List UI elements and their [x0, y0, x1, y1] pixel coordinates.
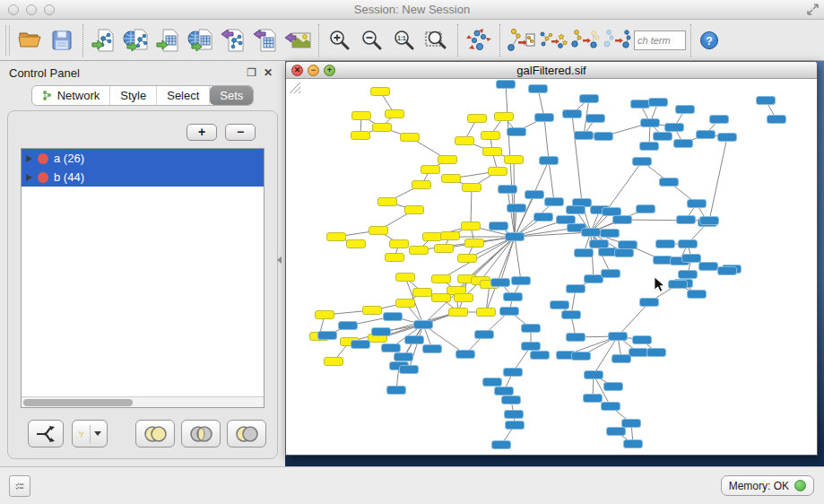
graph-node[interactable]: [660, 178, 679, 187]
graph-node[interactable]: [563, 110, 582, 118]
graph-node[interactable]: [540, 157, 559, 165]
graph-edge[interactable]: [618, 302, 649, 336]
graph-node[interactable]: [688, 291, 707, 299]
zoom-window-button[interactable]: [44, 4, 55, 15]
graph-node-selected[interactable]: [371, 88, 390, 96]
graph-node[interactable]: [641, 119, 660, 127]
intersect-sets-button[interactable]: [181, 420, 221, 448]
graph-node-selected[interactable]: [410, 247, 429, 255]
zoom-actual-size-button[interactable]: 1:1: [388, 23, 421, 57]
graph-node[interactable]: [492, 441, 511, 449]
graph-node[interactable]: [414, 321, 433, 329]
show-all-button[interactable]: [602, 23, 634, 57]
graph-node[interactable]: [609, 333, 628, 341]
graph-node[interactable]: [351, 341, 370, 349]
graph-node-selected[interactable]: [413, 289, 432, 297]
import-network-web-button[interactable]: [120, 23, 152, 57]
graph-node[interactable]: [665, 124, 684, 132]
graph-node[interactable]: [534, 213, 553, 222]
graph-node-selected[interactable]: [465, 239, 484, 248]
graph-node[interactable]: [603, 208, 621, 216]
close-network-button[interactable]: ✕: [291, 65, 303, 76]
graph-node[interactable]: [622, 420, 641, 428]
graph-node[interactable]: [506, 233, 525, 241]
graph-node[interactable]: [710, 116, 729, 124]
graph-node[interactable]: [483, 378, 502, 387]
graph-node-selected[interactable]: [441, 232, 460, 240]
graph-node-selected[interactable]: [373, 124, 392, 132]
scrollbar-thumb[interactable]: [23, 399, 133, 406]
graph-edge[interactable]: [549, 161, 554, 202]
graph-node[interactable]: [654, 133, 672, 141]
tab-network[interactable]: Network: [32, 86, 111, 105]
graph-node-selected[interactable]: [455, 137, 474, 145]
graph-node[interactable]: [522, 343, 541, 351]
graph-node-selected[interactable]: [369, 227, 388, 235]
first-neighbors-button[interactable]: [537, 23, 569, 57]
memory-status-button[interactable]: Memory: OK: [721, 475, 814, 496]
zoom-in-button[interactable]: [324, 23, 356, 57]
export-table-button[interactable]: [249, 23, 282, 57]
graph-node[interactable]: [677, 216, 696, 224]
graph-node[interactable]: [497, 81, 516, 89]
graph-node-selected[interactable]: [363, 307, 382, 315]
graph-node[interactable]: [631, 100, 650, 109]
resize-grip-icon[interactable]: [286, 79, 302, 95]
graph-node[interactable]: [551, 301, 569, 309]
graph-node[interactable]: [502, 396, 521, 404]
graph-node-selected[interactable]: [423, 233, 442, 241]
graph-node[interactable]: [647, 349, 666, 357]
graph-node[interactable]: [557, 216, 576, 224]
graph-node-selected[interactable]: [455, 294, 473, 302]
graph-node[interactable]: [339, 322, 358, 330]
graph-node[interactable]: [382, 344, 401, 352]
graph-node[interactable]: [572, 352, 591, 361]
save-session-button[interactable]: [46, 23, 78, 57]
collapse-panel-handle[interactable]: [277, 256, 282, 264]
graph-node[interactable]: [567, 206, 585, 214]
graph-node[interactable]: [495, 387, 514, 395]
hide-selected-button[interactable]: [569, 23, 602, 57]
graph-node[interactable]: [640, 299, 659, 307]
graph-node[interactable]: [768, 116, 786, 124]
graph-node-selected[interactable]: [458, 255, 477, 263]
graph-edge[interactable]: [544, 117, 549, 161]
graph-node[interactable]: [633, 336, 652, 344]
tab-select[interactable]: Select: [157, 86, 210, 105]
window-titlebar[interactable]: Session: New Session: [0, 0, 824, 20]
fullscreen-icon[interactable]: [806, 4, 820, 16]
search-input[interactable]: [634, 30, 686, 50]
graph-node[interactable]: [688, 200, 707, 208]
graph-node[interactable]: [700, 217, 719, 225]
graph-node-selected[interactable]: [505, 156, 524, 164]
close-panel-button[interactable]: ✕: [260, 66, 276, 79]
graph-node[interactable]: [602, 270, 620, 278]
graph-node[interactable]: [535, 114, 554, 122]
float-panel-button[interactable]: ❐: [243, 66, 260, 79]
graph-node[interactable]: [490, 222, 508, 230]
graph-node[interactable]: [697, 131, 716, 139]
graph-node[interactable]: [584, 395, 603, 403]
tab-sets[interactable]: Sets: [210, 86, 253, 105]
graph-node[interactable]: [504, 293, 523, 301]
close-window-button[interactable]: [8, 4, 19, 15]
graph-node[interactable]: [585, 371, 603, 379]
graph-node-selected[interactable]: [386, 254, 404, 262]
graph-node[interactable]: [400, 366, 419, 374]
graph-node[interactable]: [629, 349, 648, 357]
graph-node[interactable]: [586, 115, 605, 123]
graph-node[interactable]: [499, 186, 517, 194]
split-set-button[interactable]: [28, 420, 64, 448]
graph-node[interactable]: [633, 158, 652, 166]
graph-node[interactable]: [582, 229, 601, 237]
graph-node[interactable]: [674, 140, 693, 148]
graph-node[interactable]: [682, 255, 701, 263]
graph-node[interactable]: [562, 311, 581, 319]
graph-node[interactable]: [679, 240, 698, 248]
graph-node-selected[interactable]: [396, 300, 415, 308]
graph-node[interactable]: [318, 332, 337, 340]
graph-node-selected[interactable]: [442, 175, 461, 183]
graph-node-selected[interactable]: [386, 110, 404, 118]
graph-node[interactable]: [545, 198, 564, 206]
network-graph[interactable]: [286, 79, 817, 455]
